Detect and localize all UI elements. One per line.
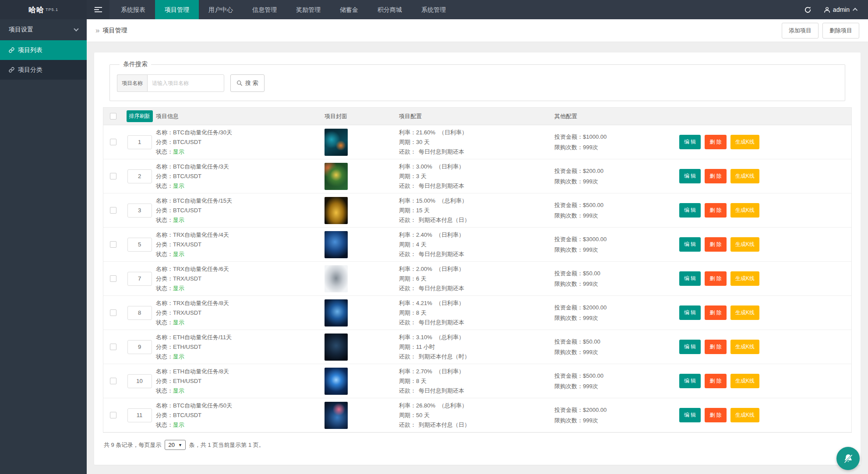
app-version: TP5.1 [46,7,58,12]
delete-button[interactable]: 删 除 [705,408,726,422]
generate-kline-button[interactable]: 生成K线 [730,169,759,183]
row-checkbox[interactable] [110,344,116,350]
row-checkbox[interactable] [110,378,116,384]
table-row: 名称：BTC自动量化任务/3天 分类：BTC/USDT 状态：显示 利率：3.0… [103,159,851,193]
nav-item-system-report[interactable]: 系统报表 [111,0,155,19]
sidebar-item-label: 项目列表 [18,46,42,54]
repay-value: 到期还本付息（日） [419,217,470,223]
sort-order-input[interactable] [127,408,152,422]
project-name-input[interactable] [147,74,224,92]
status-toggle[interactable]: 显示 [173,387,184,394]
sort-order-input[interactable] [127,169,152,183]
name-label: 名称： [156,368,173,375]
delete-button[interactable]: 删 除 [705,305,726,320]
project-category: ETH/USDT [173,344,201,350]
generate-kline-button[interactable]: 生成K线 [730,237,759,252]
sidebar-group-project-settings[interactable]: 项目设置 [0,19,87,40]
status-toggle[interactable]: 显示 [173,285,184,291]
status-toggle[interactable]: 显示 [173,421,184,428]
search-button[interactable]: 搜 索 [230,74,265,92]
page-size-select[interactable]: 20 ▼ [165,440,185,450]
delete-button[interactable]: 删 除 [705,169,726,183]
status-toggle[interactable]: 显示 [173,319,184,326]
refresh-icon[interactable] [798,0,818,19]
edit-button[interactable]: 编 辑 [679,203,701,218]
row-checkbox[interactable] [110,241,116,248]
row-checkbox[interactable] [110,275,116,282]
generate-kline-button[interactable]: 生成K线 [730,203,759,218]
repay-label: 还款： [399,387,416,394]
generate-kline-button[interactable]: 生成K线 [730,135,759,149]
sort-order-input[interactable] [127,374,152,388]
row-checkbox[interactable] [110,412,116,418]
project-cover-image [325,402,348,429]
generate-kline-button[interactable]: 生成K线 [730,271,759,286]
sort-order-input[interactable] [127,204,152,218]
status-toggle[interactable]: 显示 [173,251,184,257]
status-toggle[interactable]: 显示 [173,217,184,223]
edit-button[interactable]: 编 辑 [679,169,701,183]
sort-order-input[interactable] [127,340,152,354]
sort-order-input[interactable] [127,238,152,252]
generate-kline-button[interactable]: 生成K线 [730,408,759,422]
edit-button[interactable]: 编 辑 [679,374,701,388]
notification-mute-fab[interactable] [836,447,860,470]
period-label: 周期： [399,378,416,384]
row-checkbox[interactable] [110,173,116,179]
amount-value: $1000.00 [583,133,607,140]
period-value: 8 天 [416,378,427,384]
status-toggle[interactable]: 显示 [173,353,184,360]
repay-label: 还款： [399,421,416,428]
edit-button[interactable]: 编 辑 [679,305,701,320]
nav-item-info-mgmt[interactable]: 信息管理 [243,0,286,19]
edit-button[interactable]: 编 辑 [679,271,701,286]
repay-value: 每日付息到期还本 [419,387,464,394]
project-name: TRX自动量化任务/6天 [173,266,229,272]
nav-item-project-mgmt[interactable]: 项目管理 [155,0,199,19]
sort-order-input[interactable] [127,306,152,320]
edit-button[interactable]: 编 辑 [679,340,701,354]
generate-kline-button[interactable]: 生成K线 [730,340,759,354]
sidebar-item-project-list[interactable]: 项目列表 [0,40,87,60]
sort-order-input[interactable] [127,135,152,149]
period-value: 15 天 [416,207,430,214]
rate-value: 2.40% [416,232,432,238]
delete-button[interactable]: 删 除 [705,340,726,354]
user-menu[interactable]: admin [818,0,868,19]
delete-button[interactable]: 删 除 [705,203,726,218]
rate-type: （日利率） [436,163,464,170]
delete-button[interactable]: 删 除 [705,135,726,149]
project-category: ETH/USDT [173,378,201,384]
sidebar-item-project-category[interactable]: 项目分类 [0,60,87,80]
edit-button[interactable]: 编 辑 [679,135,701,149]
nav-item-system-mgmt[interactable]: 系统管理 [412,0,455,19]
repay-value: 每日付息到期还本 [419,183,464,189]
delete-button[interactable]: 删 除 [705,237,726,252]
row-checkbox[interactable] [110,207,116,214]
sort-order-input[interactable] [127,272,152,286]
row-checkbox[interactable] [110,309,116,316]
generate-kline-button[interactable]: 生成K线 [730,374,759,388]
nav-item-reward-mgmt[interactable]: 奖励管理 [286,0,330,19]
delete-project-button[interactable]: 删除项目 [822,23,859,39]
sort-refresh-button[interactable]: 排序刷新 [127,110,153,122]
menu-toggle-icon[interactable] [87,0,109,19]
delete-button[interactable]: 删 除 [705,271,726,286]
project-name: BTC自动量化任务/15天 [173,197,232,204]
project-category: BTC/USDT [173,139,201,145]
nav-item-points-mall[interactable]: 积分商城 [368,0,412,19]
row-checkbox[interactable] [110,139,116,145]
nav-item-savings[interactable]: 储蓄金 [330,0,368,19]
amount-value: $50.00 [583,270,600,277]
edit-button[interactable]: 编 辑 [679,237,701,252]
status-toggle[interactable]: 显示 [173,148,184,155]
status-toggle[interactable]: 显示 [173,183,184,189]
select-all-checkbox[interactable] [110,113,116,119]
repay-value: 每日付息到期还本 [419,319,464,326]
add-project-button[interactable]: 添加项目 [782,23,819,39]
edit-button[interactable]: 编 辑 [679,408,701,422]
generate-kline-button[interactable]: 生成K线 [730,305,759,320]
delete-button[interactable]: 删 除 [705,374,726,388]
nav-item-user-center[interactable]: 用户中心 [199,0,243,19]
breadcrumb-bar: » 项目管理 添加项目 删除项目 [87,19,868,42]
